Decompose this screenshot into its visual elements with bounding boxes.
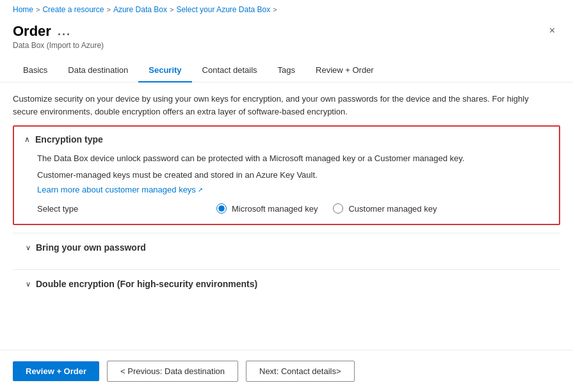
learn-more-link[interactable]: Learn more about customer managed keys ➚ xyxy=(37,185,203,194)
encryption-chevron-icon: ∧ xyxy=(24,135,30,144)
page-title-area: Order ... Data Box (Import to Azure) xyxy=(13,23,104,50)
breadcrumb-create-resource[interactable]: Create a resource xyxy=(42,5,104,14)
encryption-type-title: Encryption type xyxy=(35,134,103,145)
main-content: ∧ Encryption type The Data Box device un… xyxy=(0,125,573,298)
bring-password-header[interactable]: ∨ Bring your own password xyxy=(13,233,560,262)
double-encryption-title: Double encryption (For high-security env… xyxy=(36,279,257,289)
double-encryption-chevron-icon: ∨ xyxy=(26,280,31,288)
learn-more-text: Learn more about customer managed keys xyxy=(37,185,196,194)
bring-password-chevron-icon: ∨ xyxy=(26,244,31,252)
review-order-button[interactable]: Review + Order xyxy=(13,361,99,381)
encryption-desc-2: Customer-managed keys must be created an… xyxy=(37,169,549,182)
breadcrumb-home[interactable]: Home xyxy=(13,5,33,14)
select-type-row: Select type Microsoft managed key Custom… xyxy=(37,203,549,214)
close-button[interactable]: × xyxy=(544,23,560,38)
page-header: Order ... Data Box (Import to Azure) × xyxy=(0,18,573,52)
more-options-button[interactable]: ... xyxy=(58,25,71,38)
bring-password-section: ∨ Bring your own password xyxy=(13,233,560,262)
radio-customer-key-label[interactable]: Customer managed key xyxy=(348,204,437,214)
tab-contact-details[interactable]: Contact details xyxy=(192,60,268,82)
previous-button[interactable]: < Previous: Data destination xyxy=(107,361,238,382)
breadcrumb-sep-1: > xyxy=(36,6,40,13)
external-link-icon: ➚ xyxy=(198,186,203,193)
breadcrumb-select-azure-data-box[interactable]: Select your Azure Data Box xyxy=(176,5,270,14)
bring-password-title: Bring your own password xyxy=(36,242,146,253)
radio-microsoft-key-label[interactable]: Microsoft managed key xyxy=(232,204,318,214)
footer: Review + Order < Previous: Data destinat… xyxy=(0,350,573,392)
encryption-desc-1: The Data Box device unlock password can … xyxy=(37,152,549,165)
tab-basics[interactable]: Basics xyxy=(13,60,58,82)
breadcrumb-sep-3: > xyxy=(170,6,174,13)
radio-option-customer[interactable]: Customer managed key xyxy=(333,203,437,214)
breadcrumb-sep-4: > xyxy=(273,6,277,13)
radio-microsoft-key[interactable] xyxy=(216,203,227,214)
radio-customer-key[interactable] xyxy=(333,203,343,214)
double-encryption-header[interactable]: ∨ Double encryption (For high-security e… xyxy=(13,270,560,298)
tab-tags[interactable]: Tags xyxy=(268,60,305,82)
tab-review-order[interactable]: Review + Order xyxy=(305,60,384,82)
tabs-bar: Basics Data destination Security Contact… xyxy=(0,52,573,82)
page-title-text: Order xyxy=(13,23,51,40)
radio-option-microsoft[interactable]: Microsoft managed key xyxy=(216,203,318,214)
breadcrumb: Home > Create a resource > Azure Data Bo… xyxy=(0,0,573,18)
radio-options-group: Microsoft managed key Customer managed k… xyxy=(216,203,437,214)
page-title: Order ... xyxy=(13,23,104,40)
security-description: Customize security on your device by usi… xyxy=(0,82,551,125)
double-encryption-section: ∨ Double encryption (For high-security e… xyxy=(13,269,560,298)
encryption-type-header[interactable]: ∧ Encryption type xyxy=(14,127,559,152)
page-subtitle: Data Box (Import to Azure) xyxy=(13,41,104,50)
security-description-text: Customize security on your device by usi… xyxy=(13,94,529,116)
next-button[interactable]: Next: Contact details> xyxy=(246,361,355,382)
tab-security[interactable]: Security xyxy=(138,60,191,82)
encryption-type-content: The Data Box device unlock password can … xyxy=(14,152,559,224)
tab-data-destination[interactable]: Data destination xyxy=(58,60,138,82)
breadcrumb-sep-2: > xyxy=(107,6,111,13)
breadcrumb-azure-data-box[interactable]: Azure Data Box xyxy=(113,5,167,14)
select-type-label: Select type xyxy=(37,204,101,214)
encryption-type-section: ∧ Encryption type The Data Box device un… xyxy=(13,125,560,225)
